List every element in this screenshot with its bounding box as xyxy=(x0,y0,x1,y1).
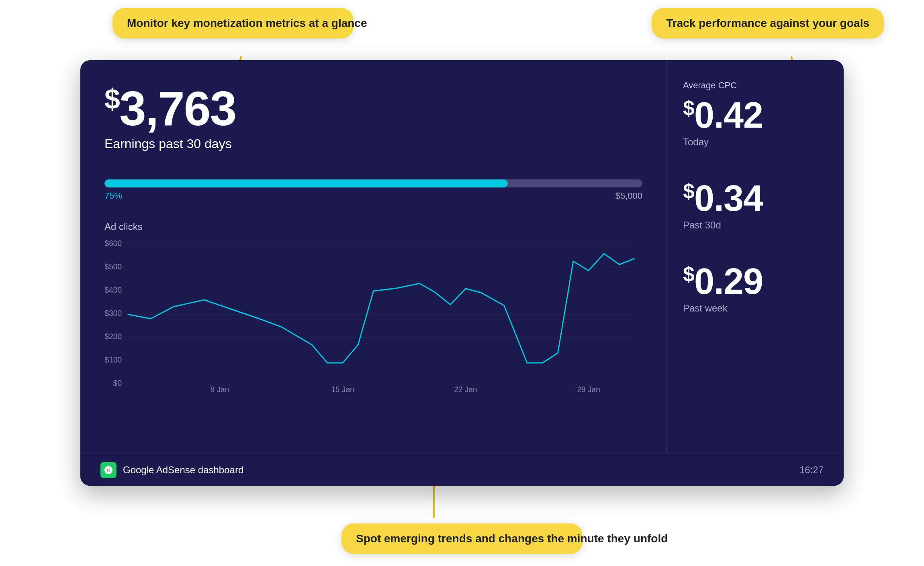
metric-block-cpc-30d: $0.34 Past 30d xyxy=(683,164,828,247)
svg-text:29 Jan: 29 Jan xyxy=(577,385,600,393)
footer-time: 16:27 xyxy=(799,464,824,476)
svg-text:8 Jan: 8 Jan xyxy=(211,385,229,393)
dashboard: $3,763 Earnings past 30 days 75% $5,000 … xyxy=(80,60,844,486)
metric-period-30d: Past 30d xyxy=(683,220,828,231)
footer-brand: Google AdSense dashboard xyxy=(100,462,243,478)
earnings-label: Earnings past 30 days xyxy=(104,136,642,151)
progress-goal: $5,000 xyxy=(615,191,642,201)
metric-block-cpc-week: $0.29 Past week xyxy=(683,247,828,330)
chart-section: Ad clicks $600 $500 $400 xyxy=(104,221,642,438)
svg-text:22 Jan: 22 Jan xyxy=(454,385,477,393)
metric-value-30d: $0.34 xyxy=(683,180,828,216)
chart-area: $600 $500 $400 $300 $200 $100 $0 8 Jan 1… xyxy=(104,240,642,393)
svg-text:$600: $600 xyxy=(105,240,122,248)
chart-title: Ad clicks xyxy=(104,221,642,232)
brand-icon xyxy=(100,462,117,478)
metric-period-today: Today xyxy=(683,136,828,148)
metric-value-week: $0.29 xyxy=(683,263,828,299)
tooltip-goals: Track performance against your goals xyxy=(652,8,884,39)
svg-text:$500: $500 xyxy=(105,262,122,271)
left-panel: $3,763 Earnings past 30 days 75% $5,000 … xyxy=(80,60,667,454)
earnings-currency: $ xyxy=(104,83,119,115)
svg-text:$400: $400 xyxy=(105,285,122,294)
progress-percent: 75% xyxy=(104,191,122,201)
tooltip-trends: Spot emerging trends and changes the min… xyxy=(341,523,583,554)
earnings-section: $3,763 Earnings past 30 days xyxy=(104,84,642,163)
metric-currency-today: $ xyxy=(683,96,694,120)
metric-currency-30d: $ xyxy=(683,179,694,203)
dashboard-footer: Google AdSense dashboard 16:27 xyxy=(80,454,844,486)
svg-text:$100: $100 xyxy=(105,355,122,364)
metric-currency-week: $ xyxy=(683,263,694,286)
right-panel: Average CPC $0.42 Today $0.34 Past 30d $… xyxy=(667,60,844,454)
svg-text:15 Jan: 15 Jan xyxy=(331,385,354,393)
chart-svg: $600 $500 $400 $300 $200 $100 $0 8 Jan 1… xyxy=(104,240,642,393)
svg-text:$0: $0 xyxy=(113,379,122,387)
tooltip-monetization: Monitor key monetization metrics at a gl… xyxy=(112,8,354,39)
metric-label-cpc: Average CPC xyxy=(683,80,828,91)
svg-text:$200: $200 xyxy=(105,332,122,341)
brand-name: Google AdSense dashboard xyxy=(123,464,243,476)
progress-container: 75% $5,000 xyxy=(104,179,642,201)
progress-labels: 75% $5,000 xyxy=(104,191,642,201)
metric-period-week: Past week xyxy=(683,303,828,314)
svg-text:$300: $300 xyxy=(105,309,122,318)
metric-block-cpc-today: Average CPC $0.42 Today xyxy=(683,80,828,164)
progress-bar-fill xyxy=(104,179,508,187)
dashboard-main: $3,763 Earnings past 30 days 75% $5,000 … xyxy=(80,60,844,454)
progress-bar-bg xyxy=(104,179,642,187)
metric-value-today: $0.42 xyxy=(683,97,828,133)
earnings-amount: $3,763 xyxy=(104,84,642,132)
